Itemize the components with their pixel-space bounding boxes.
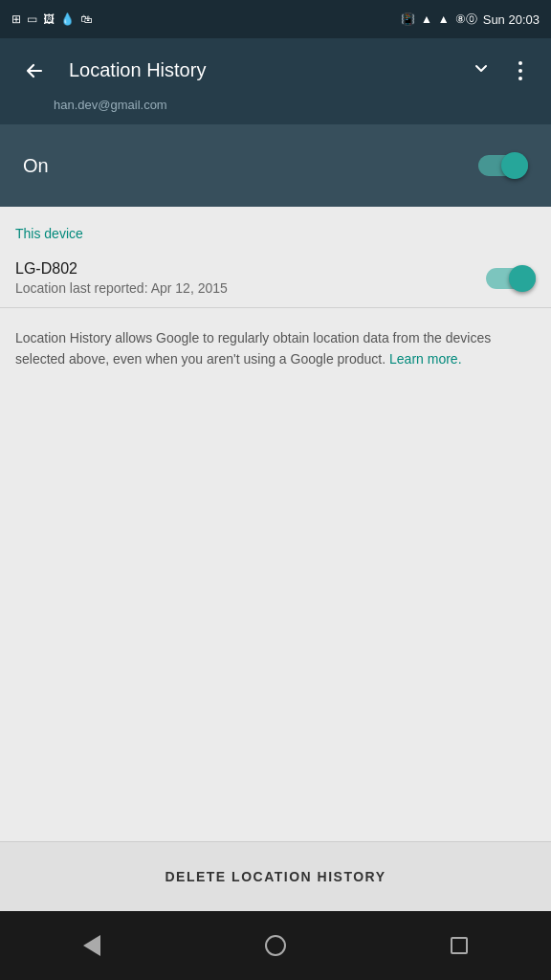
page-title: Location History: [69, 59, 473, 81]
nav-home-icon: [265, 935, 286, 956]
device-info: LG-D802 Location last reported: Apr 12, …: [15, 260, 486, 296]
battery-icon: ⑧⓪: [455, 11, 477, 28]
app-grid-icon: ⊞: [11, 12, 21, 26]
image-icon: 🖼: [43, 12, 55, 26]
status-right-icons: 📳 ▲ ▲ ⑧⓪ Sun 20:03: [401, 11, 540, 28]
master-toggle-section: On: [0, 124, 551, 207]
dot-3: [518, 77, 522, 80]
time-display: Sun 20:03: [483, 12, 540, 27]
nav-back-button[interactable]: [63, 917, 121, 974]
account-email: han.dev@gmail.com: [0, 98, 551, 120]
learn-more-link[interactable]: Learn more.: [389, 351, 461, 367]
device-name: LG-D802: [15, 260, 486, 278]
toggle-label: On: [23, 155, 478, 177]
device-row: LG-D802 Location last reported: Apr 12, …: [0, 249, 551, 308]
master-toggle[interactable]: [478, 151, 528, 180]
delete-location-history-button[interactable]: DELETE LOCATION HISTORY: [15, 856, 536, 898]
dropdown-button[interactable]: [473, 59, 490, 81]
toolbar: Location History han.dev@gmail.com: [0, 38, 551, 124]
spacer: [0, 390, 551, 841]
nav-recents-icon: [451, 937, 468, 954]
device-toggle[interactable]: [486, 264, 536, 293]
phone-icon: ▭: [27, 12, 37, 26]
content-area: This device LG-D802 Location last report…: [0, 207, 551, 911]
dot-1: [518, 61, 522, 65]
toolbar-main-row: Location History: [0, 44, 551, 98]
vibrate-icon: 📳: [401, 12, 415, 26]
status-bar: ⊞ ▭ 🖼 💧 🛍 📳 ▲ ▲ ⑧⓪ Sun 20:03: [0, 0, 551, 38]
wifi-icon: ▲: [421, 12, 432, 26]
status-left-icons: ⊞ ▭ 🖼 💧 🛍: [11, 12, 92, 26]
nav-home-button[interactable]: [247, 917, 304, 974]
this-device-header: This device: [0, 207, 551, 249]
toggle-thumb: [501, 152, 528, 179]
nav-recents-button[interactable]: [430, 917, 488, 974]
dot-2: [518, 69, 522, 73]
nav-back-icon: [83, 935, 100, 956]
info-text-block: Location History allows Google to regula…: [0, 308, 551, 390]
bag-icon: 🛍: [80, 12, 92, 26]
navigation-bar: [0, 911, 551, 980]
signal-icon: ▲: [438, 12, 450, 26]
water-icon: 💧: [60, 12, 75, 26]
device-last-reported: Location last reported: Apr 12, 2015: [15, 280, 486, 296]
delete-button-container: DELETE LOCATION HISTORY: [0, 841, 551, 911]
device-toggle-thumb: [509, 265, 536, 292]
more-menu-button[interactable]: [505, 61, 536, 80]
back-button[interactable]: [15, 52, 54, 90]
